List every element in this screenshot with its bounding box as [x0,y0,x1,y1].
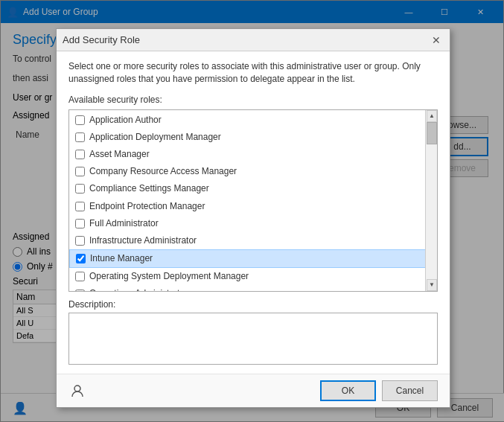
modal-body: Select one or more security roles to ass… [57,51,450,374]
role-label-4: Compliance Settings Manager [89,182,209,196]
list-item[interactable]: Application Author [69,112,437,129]
role-label-6: Full Administrator [89,217,159,231]
footer-action-buttons: OK Cancel [320,380,438,401]
modal-footer: OK Cancel [57,374,450,407]
roles-listbox-container: Application AuthorApplication Deployment… [68,109,438,292]
role-checkbox-0[interactable] [75,115,85,125]
role-checkbox-8[interactable] [76,254,86,263]
role-checkbox-7[interactable] [75,236,85,246]
list-item[interactable]: Operating System Deployment Manager [69,268,437,285]
role-checkbox-2[interactable] [75,150,85,159]
modal-ok-button[interactable]: OK [320,380,376,401]
svg-point-0 [74,386,80,391]
modal-titlebar: Add Security Role ✕ [57,29,450,51]
available-roles-label: Available security roles: [68,95,438,105]
list-item[interactable]: Application Deployment Manager [69,129,437,146]
list-item[interactable]: Full Administrator [69,215,437,232]
modal-description-text: Select one or more security roles to ass… [68,60,438,86]
role-label-2: Asset Manager [89,147,150,162]
scrollbar-thumb[interactable] [427,122,437,144]
role-checkbox-5[interactable] [75,202,85,211]
list-item[interactable]: Asset Manager [69,146,437,163]
role-label-5: Endpoint Protection Manager [89,199,205,214]
role-checkbox-4[interactable] [75,184,85,194]
role-checkbox-9[interactable] [75,272,85,281]
role-label-7: Infrastructure Administrator [89,234,197,248]
role-label-10: Operations Administrator [89,287,188,290]
description-textbox [68,313,438,365]
role-label-1: Application Deployment Manager [89,130,221,144]
modal-close-button[interactable]: ✕ [429,33,444,48]
role-checkbox-3[interactable] [75,167,85,176]
list-item[interactable]: Company Resource Access Manager [69,163,437,180]
role-label-9: Operating System Deployment Manager [89,269,249,284]
list-item[interactable]: Endpoint Protection Manager [69,198,437,215]
list-item[interactable]: Compliance Settings Manager [69,180,437,197]
modal-title: Add Security Role [63,34,429,45]
description-label: Description: [68,299,438,310]
scroll-up-arrow[interactable]: ▲ [427,110,437,122]
role-label-0: Application Author [89,113,162,127]
list-item[interactable]: Operations Administrator [69,285,437,290]
footer-user-icon [68,382,86,400]
add-security-role-dialog: Add Security Role ✕ Select one or more s… [56,28,450,408]
role-label-3: Company Resource Access Manager [89,164,237,179]
role-checkbox-1[interactable] [75,132,85,142]
scroll-down-arrow[interactable]: ▼ [427,279,437,291]
list-item[interactable]: Intune Manager [69,249,437,268]
scrollbar-track: ▲ ▼ [425,110,437,291]
list-item[interactable]: Infrastructure Administrator [69,232,437,249]
role-label-8: Intune Manager [90,252,153,266]
modal-cancel-button[interactable]: Cancel [382,380,438,401]
description-section: Description: [68,299,438,365]
role-checkbox-10[interactable] [75,290,85,291]
role-checkbox-6[interactable] [75,219,85,228]
roles-listbox[interactable]: Application AuthorApplication Deployment… [69,110,437,291]
